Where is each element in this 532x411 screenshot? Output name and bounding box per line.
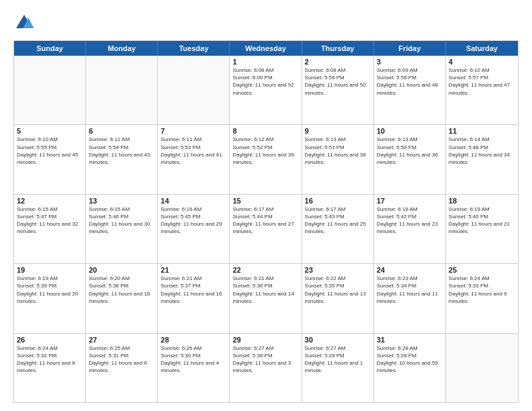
day-header-sunday: Sunday xyxy=(14,41,86,56)
day-number: 30 xyxy=(305,336,371,344)
day-number: 8 xyxy=(232,127,298,135)
cell-info: Sunrise: 6:23 AM Sunset: 5:34 PM Dayligh… xyxy=(377,275,443,305)
calendar-row-2: 5Sunrise: 6:10 AM Sunset: 5:55 PM Daylig… xyxy=(14,124,518,193)
day-number: 6 xyxy=(89,127,154,135)
cell-info: Sunrise: 6:24 AM Sunset: 5:33 PM Dayligh… xyxy=(449,275,515,305)
logo xyxy=(13,12,38,34)
calendar-cell: 31Sunrise: 6:28 AM Sunset: 5:28 PM Dayli… xyxy=(374,334,446,402)
cell-info: Sunrise: 6:11 AM Sunset: 5:53 PM Dayligh… xyxy=(161,136,226,166)
calendar-cell: 21Sunrise: 6:21 AM Sunset: 5:37 PM Dayli… xyxy=(158,264,230,332)
cell-info: Sunrise: 6:20 AM Sunset: 5:38 PM Dayligh… xyxy=(89,275,154,305)
calendar-cell: 5Sunrise: 6:10 AM Sunset: 5:55 PM Daylig… xyxy=(14,125,86,193)
calendar-cell: 30Sunrise: 6:27 AM Sunset: 5:29 PM Dayli… xyxy=(302,334,374,402)
day-number: 28 xyxy=(161,336,226,344)
calendar-cell: 15Sunrise: 6:17 AM Sunset: 5:44 PM Dayli… xyxy=(230,195,302,263)
day-number: 18 xyxy=(449,197,515,205)
cell-info: Sunrise: 6:14 AM Sunset: 5:48 PM Dayligh… xyxy=(449,136,515,166)
calendar-header: SundayMondayTuesdayWednesdayThursdayFrid… xyxy=(14,41,518,56)
calendar-cell: 9Sunrise: 6:13 AM Sunset: 5:51 PM Daylig… xyxy=(302,125,374,193)
calendar-cell: 26Sunrise: 6:24 AM Sunset: 5:32 PM Dayli… xyxy=(14,334,86,402)
calendar-cell: 13Sunrise: 6:15 AM Sunset: 5:46 PM Dayli… xyxy=(86,195,158,263)
header xyxy=(13,12,519,34)
calendar-cell: 4Sunrise: 6:10 AM Sunset: 5:57 PM Daylig… xyxy=(446,56,518,124)
logo-icon xyxy=(13,12,35,34)
cell-info: Sunrise: 6:10 AM Sunset: 5:55 PM Dayligh… xyxy=(17,136,83,166)
cell-info: Sunrise: 6:12 AM Sunset: 5:52 PM Dayligh… xyxy=(232,136,298,166)
day-number: 1 xyxy=(232,58,298,66)
day-number: 14 xyxy=(161,197,226,205)
calendar-cell: 12Sunrise: 6:15 AM Sunset: 5:47 PM Dayli… xyxy=(14,195,86,263)
calendar-row-1: 1Sunrise: 6:08 AM Sunset: 6:00 PM Daylig… xyxy=(14,56,518,124)
calendar-cell: 22Sunrise: 6:21 AM Sunset: 5:36 PM Dayli… xyxy=(230,264,302,332)
calendar-cell: 7Sunrise: 6:11 AM Sunset: 5:53 PM Daylig… xyxy=(158,125,230,193)
day-number: 22 xyxy=(232,266,298,274)
calendar-cell: 10Sunrise: 6:13 AM Sunset: 5:50 PM Dayli… xyxy=(374,125,446,193)
day-number: 19 xyxy=(17,266,83,274)
calendar-cell xyxy=(158,56,230,124)
cell-info: Sunrise: 6:13 AM Sunset: 5:51 PM Dayligh… xyxy=(305,136,371,166)
cell-info: Sunrise: 6:15 AM Sunset: 5:46 PM Dayligh… xyxy=(89,205,154,236)
cell-info: Sunrise: 6:26 AM Sunset: 5:30 PM Dayligh… xyxy=(161,345,226,375)
cell-info: Sunrise: 6:25 AM Sunset: 5:31 PM Dayligh… xyxy=(89,345,154,375)
day-number: 13 xyxy=(89,197,154,205)
day-number: 20 xyxy=(89,266,154,274)
day-number: 17 xyxy=(377,197,443,205)
calendar-cell: 2Sunrise: 6:08 AM Sunset: 5:59 PM Daylig… xyxy=(302,56,374,124)
day-number: 23 xyxy=(305,266,371,274)
cell-info: Sunrise: 6:27 AM Sunset: 5:30 PM Dayligh… xyxy=(232,345,298,375)
day-number: 31 xyxy=(377,336,443,344)
cell-info: Sunrise: 6:09 AM Sunset: 5:58 PM Dayligh… xyxy=(377,66,443,97)
day-number: 3 xyxy=(377,58,443,66)
calendar-row-4: 19Sunrise: 6:19 AM Sunset: 5:39 PM Dayli… xyxy=(14,263,518,332)
calendar-row-3: 12Sunrise: 6:15 AM Sunset: 5:47 PM Dayli… xyxy=(14,194,518,263)
calendar-cell: 11Sunrise: 6:14 AM Sunset: 5:48 PM Dayli… xyxy=(446,125,518,193)
cell-info: Sunrise: 6:08 AM Sunset: 5:59 PM Dayligh… xyxy=(305,66,371,97)
calendar-cell: 25Sunrise: 6:24 AM Sunset: 5:33 PM Dayli… xyxy=(446,264,518,332)
cell-info: Sunrise: 6:17 AM Sunset: 5:44 PM Dayligh… xyxy=(232,205,298,236)
day-number: 25 xyxy=(449,266,515,274)
day-header-wednesday: Wednesday xyxy=(230,41,302,56)
calendar-cell: 6Sunrise: 6:11 AM Sunset: 5:54 PM Daylig… xyxy=(86,125,158,193)
cell-info: Sunrise: 6:15 AM Sunset: 5:47 PM Dayligh… xyxy=(17,205,83,236)
cell-info: Sunrise: 6:22 AM Sunset: 5:35 PM Dayligh… xyxy=(305,275,371,305)
calendar-cell: 8Sunrise: 6:12 AM Sunset: 5:52 PM Daylig… xyxy=(230,125,302,193)
calendar-cell: 28Sunrise: 6:26 AM Sunset: 5:30 PM Dayli… xyxy=(158,334,230,402)
cell-info: Sunrise: 6:28 AM Sunset: 5:28 PM Dayligh… xyxy=(377,345,443,375)
day-number: 21 xyxy=(161,266,226,274)
cell-info: Sunrise: 6:17 AM Sunset: 5:43 PM Dayligh… xyxy=(305,205,371,236)
cell-info: Sunrise: 6:27 AM Sunset: 5:29 PM Dayligh… xyxy=(305,345,371,375)
day-number: 27 xyxy=(89,336,154,344)
cell-info: Sunrise: 6:18 AM Sunset: 5:42 PM Dayligh… xyxy=(377,205,443,236)
day-header-saturday: Saturday xyxy=(446,41,518,56)
day-number: 9 xyxy=(305,127,371,135)
calendar-cell: 23Sunrise: 6:22 AM Sunset: 5:35 PM Dayli… xyxy=(302,264,374,332)
calendar-cell: 19Sunrise: 6:19 AM Sunset: 5:39 PM Dayli… xyxy=(14,264,86,332)
day-number: 11 xyxy=(449,127,515,135)
cell-info: Sunrise: 6:08 AM Sunset: 6:00 PM Dayligh… xyxy=(232,66,298,97)
day-header-monday: Monday xyxy=(86,41,158,56)
day-number: 5 xyxy=(17,127,83,135)
page: SundayMondayTuesdayWednesdayThursdayFrid… xyxy=(0,0,532,411)
calendar-cell xyxy=(14,56,86,124)
cell-info: Sunrise: 6:21 AM Sunset: 5:36 PM Dayligh… xyxy=(232,275,298,305)
cell-info: Sunrise: 6:21 AM Sunset: 5:37 PM Dayligh… xyxy=(161,275,226,305)
calendar-cell: 18Sunrise: 6:19 AM Sunset: 5:40 PM Dayli… xyxy=(446,195,518,263)
calendar-cell: 1Sunrise: 6:08 AM Sunset: 6:00 PM Daylig… xyxy=(230,56,302,124)
cell-info: Sunrise: 6:11 AM Sunset: 5:54 PM Dayligh… xyxy=(89,136,154,166)
day-number: 12 xyxy=(17,197,83,205)
calendar-cell: 16Sunrise: 6:17 AM Sunset: 5:43 PM Dayli… xyxy=(302,195,374,263)
calendar-cell: 17Sunrise: 6:18 AM Sunset: 5:42 PM Dayli… xyxy=(374,195,446,263)
calendar-cell: 27Sunrise: 6:25 AM Sunset: 5:31 PM Dayli… xyxy=(86,334,158,402)
calendar-row-5: 26Sunrise: 6:24 AM Sunset: 5:32 PM Dayli… xyxy=(14,333,518,402)
cell-info: Sunrise: 6:19 AM Sunset: 5:40 PM Dayligh… xyxy=(449,205,515,236)
cell-info: Sunrise: 6:24 AM Sunset: 5:32 PM Dayligh… xyxy=(17,345,83,375)
day-number: 10 xyxy=(377,127,443,135)
day-number: 26 xyxy=(17,336,83,344)
calendar: SundayMondayTuesdayWednesdayThursdayFrid… xyxy=(13,40,519,403)
cell-info: Sunrise: 6:10 AM Sunset: 5:57 PM Dayligh… xyxy=(449,66,515,97)
cell-info: Sunrise: 6:13 AM Sunset: 5:50 PM Dayligh… xyxy=(377,136,443,166)
cell-info: Sunrise: 6:16 AM Sunset: 5:45 PM Dayligh… xyxy=(161,205,226,236)
day-number: 15 xyxy=(232,197,298,205)
calendar-body: 1Sunrise: 6:08 AM Sunset: 6:00 PM Daylig… xyxy=(14,56,518,402)
calendar-cell xyxy=(446,334,518,402)
